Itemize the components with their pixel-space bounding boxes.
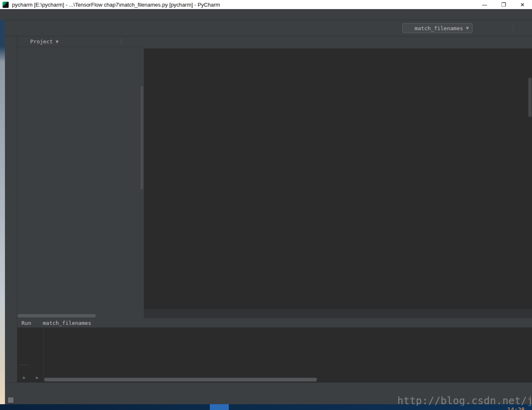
stop-button[interactable] (501, 24, 508, 32)
locate-file-button[interactable] (102, 39, 108, 45)
prev-occurrence-button[interactable] (33, 331, 40, 338)
inspections-eye-icon[interactable] (522, 50, 528, 56)
editor-vscrollbar[interactable] (528, 78, 532, 117)
navigation-toolbar: match_filenames ▼ (5, 20, 532, 36)
editor-tabs (144, 36, 532, 49)
toolbar-separator (513, 24, 513, 33)
run-panel-header: Run match_filenames (17, 318, 532, 328)
menu-bar (0, 9, 532, 20)
gear-icon[interactable] (125, 39, 131, 45)
pycharm-logo-icon (2, 2, 9, 8)
window-controls: — ❐ ✕ (475, 0, 532, 9)
divider (121, 39, 121, 45)
left-toolwindow-bar (5, 36, 17, 318)
toolwindow-bottom-bar (5, 382, 532, 396)
taskbar-strip: 14:28 (0, 404, 532, 410)
console-hscrollbar[interactable] (44, 378, 532, 381)
taskbar-clock: 14:28 (507, 406, 525, 410)
run-console-output[interactable] (44, 328, 532, 382)
debug-button[interactable] (489, 24, 496, 32)
python-icon (34, 320, 40, 326)
project-view-icon (21, 39, 27, 45)
status-bar (5, 396, 532, 404)
code-context-bar: with tf.Session() as sess (144, 309, 532, 318)
rerun-button[interactable] (21, 331, 27, 338)
favorites-bar (5, 318, 17, 382)
desktop-edge (0, 20, 5, 404)
project-panel-title: Project (30, 38, 53, 45)
toolwindow-toggle-icon[interactable] (8, 398, 13, 403)
taskbar-segment (210, 404, 229, 410)
toolbar-separator (20, 365, 28, 365)
more-actions-button[interactable]: » (22, 375, 25, 381)
restore-button[interactable]: ❐ (494, 0, 513, 9)
pause-output-button[interactable] (21, 353, 27, 360)
search-everywhere-button[interactable] (518, 24, 525, 32)
project-panel: Project ▼ (17, 36, 144, 318)
scroll-to-end-icon[interactable] (522, 320, 528, 326)
editor-area: with tf.Session() as sess (144, 36, 532, 318)
titlebar: pycharm [E:\pycharm] - ...\TensorFlow ch… (0, 0, 532, 9)
chevron-down-icon[interactable]: ▼ (56, 40, 59, 44)
run-console-toolbar: » » (17, 328, 44, 382)
stop-process-button[interactable] (21, 342, 27, 349)
project-vscrollbar[interactable] (140, 86, 143, 189)
run-config-name: match_filenames (43, 320, 91, 326)
close-button[interactable]: ✕ (513, 0, 532, 9)
more-actions-button[interactable]: » (36, 375, 38, 381)
code-editor[interactable] (144, 49, 532, 309)
project-panel-header: Project ▼ (17, 36, 144, 47)
run-panel-title: Run (18, 320, 31, 326)
run-config-select[interactable]: match_filenames ▼ (402, 23, 473, 33)
gear-icon[interactable] (512, 320, 518, 326)
collapse-all-button[interactable] (112, 39, 117, 45)
minimize-button[interactable]: — (475, 0, 494, 9)
restore-layout-button[interactable] (33, 353, 40, 360)
window-title: pycharm [E:\pycharm] - ...\TensorFlow ch… (12, 2, 220, 8)
run-toolbar: match_filenames ▼ (402, 23, 532, 33)
pycharm-window: pycharm [E:\pycharm] - ...\TensorFlow ch… (0, 0, 532, 410)
next-occurrence-button[interactable] (33, 342, 40, 349)
run-toolwindow: Run match_filenames » (5, 318, 532, 382)
run-config-label: match_filenames (415, 25, 463, 31)
chevron-down-icon: ▼ (466, 26, 469, 30)
project-hscrollbar[interactable] (17, 314, 144, 317)
hide-panel-button[interactable] (135, 39, 140, 45)
run-button[interactable] (477, 24, 484, 32)
